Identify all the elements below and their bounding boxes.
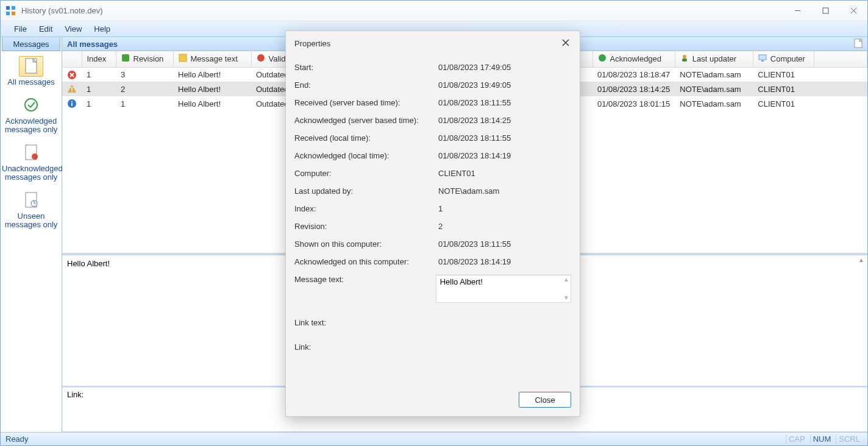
property-value: 01/08/2023 18:11:55	[438, 133, 511, 143]
close-window-button[interactable]	[839, 2, 867, 20]
col-message-text[interactable]: Message text	[173, 51, 251, 67]
property-value: 01/08/2023 18:14:19	[438, 257, 511, 266]
svg-rect-35	[71, 101, 73, 102]
menu-help[interactable]: Help	[88, 23, 116, 35]
property-label: Acknowledged (server based time):	[294, 116, 438, 125]
col-revision[interactable]: Revision	[116, 51, 173, 67]
svg-rect-3	[12, 12, 15, 15]
cell-index: 1	[82, 96, 116, 111]
preview-scrollbar[interactable]: ▲	[856, 257, 866, 263]
property-value: 01/08/2023 18:14:19	[438, 151, 511, 160]
menu-file[interactable]: File	[8, 23, 33, 35]
svg-rect-25	[759, 55, 766, 60]
cell-computer: CLIENT01	[753, 82, 814, 96]
main-window: History (sv01.note.dev) File Edit View H…	[0, 0, 868, 446]
link-label: Link:	[67, 390, 84, 399]
svg-rect-0	[6, 6, 10, 10]
status-ready: Ready	[5, 434, 29, 444]
svg-point-22	[599, 54, 606, 62]
cell-acknowledged: 01/08/2023 18:18:47	[592, 67, 675, 82]
svg-rect-24	[682, 58, 687, 62]
row-status-icon	[62, 67, 82, 82]
cell-revision: 1	[116, 96, 173, 111]
document-clock-icon	[24, 192, 38, 210]
property-row: Index:1	[294, 200, 571, 218]
svg-point-10	[25, 99, 37, 111]
cell-revision: 2	[116, 82, 173, 96]
property-label: Last updated by:	[294, 186, 438, 196]
computer-icon	[758, 54, 767, 64]
cell-acknowledged: 01/08/2023 18:01:15	[592, 96, 675, 111]
row-status-icon	[62, 82, 82, 96]
property-row: Acknowledged (local time):01/08/2023 18:…	[294, 147, 571, 165]
property-value: NOTE\adam.sam	[438, 186, 499, 196]
col-computer[interactable]: Computer	[753, 51, 814, 67]
col-index[interactable]: Index	[82, 51, 116, 67]
svg-rect-1	[12, 6, 15, 10]
titlebar: History (sv01.note.dev)	[1, 1, 867, 21]
window-title: History (sv01.note.dev)	[21, 6, 103, 15]
sidebar-item-unacknowledged[interactable]: Unacknowledged messages only	[1, 140, 62, 188]
property-label: Message text:	[294, 275, 436, 303]
dialog-close-button[interactable]	[559, 36, 572, 51]
properties-dialog: Properties Start:01/08/2023 17:49:05End:…	[285, 30, 580, 417]
statusbar: Ready CAP NUM SCRL	[1, 432, 867, 445]
svg-point-21	[257, 54, 265, 62]
svg-rect-19	[122, 54, 129, 62]
property-value: 01/08/2023 18:11:55	[438, 98, 511, 107]
check-circle-icon	[24, 97, 38, 114]
svg-point-23	[683, 55, 686, 58]
property-label: Link text:	[294, 318, 438, 327]
sidebar-tab-messages[interactable]: Messages	[2, 37, 60, 51]
property-label: Computer:	[294, 169, 438, 178]
message-text-value: Hello Albert!	[440, 277, 483, 286]
menu-view[interactable]: View	[59, 23, 88, 35]
cell-last-updater: NOTE\adam.sam	[675, 67, 753, 82]
property-label: Acknowledged (local time):	[294, 151, 438, 160]
section-title: All messages	[67, 40, 118, 49]
cell-index: 1	[82, 82, 116, 96]
property-row: Last updated by:NOTE\adam.sam	[294, 182, 571, 200]
property-row: Computer:CLIENT01	[294, 165, 571, 182]
close-button[interactable]: Close	[519, 392, 571, 408]
status-num: NUM	[810, 434, 834, 444]
sidebar-item-acknowledged[interactable]: Acknowledged messages only	[1, 93, 62, 140]
sidebar-item-label: Unacknowledged messages only	[2, 165, 60, 182]
scroll-up-icon: ▲	[858, 257, 864, 263]
menu-edit[interactable]: Edit	[33, 23, 59, 35]
status-cap: CAP	[786, 434, 808, 444]
cell-acknowledged: 01/08/2023 18:14:25	[592, 82, 675, 96]
col-acknowledged[interactable]: Acknowledged	[592, 51, 675, 67]
row-status-icon	[62, 96, 82, 111]
property-value: 01/08/2023 18:14:25	[438, 116, 511, 125]
col-status[interactable]	[62, 51, 82, 67]
sidebar-item-unseen[interactable]: Unseen messages only	[1, 188, 62, 235]
app-icon	[5, 5, 16, 16]
cell-message-text: Hello Albert!	[173, 82, 251, 96]
cell-computer: CLIENT01	[753, 67, 814, 82]
status-scrl: SCRL	[836, 434, 863, 444]
page-icon[interactable]	[854, 38, 863, 50]
col-last-updater[interactable]: Last updater	[675, 51, 753, 67]
property-value: 1	[438, 204, 443, 213]
property-row: Acknowledged on this computer:01/08/2023…	[294, 253, 571, 271]
property-label: Revision:	[294, 222, 438, 231]
sidebar-item-label: Acknowledged messages only	[2, 117, 60, 134]
ack-icon	[598, 54, 607, 64]
cell-message-text: Hello Albert!	[173, 67, 251, 82]
property-row: End:01/08/2023 19:49:05	[294, 76, 571, 94]
svg-rect-5	[823, 8, 828, 13]
maximize-button[interactable]	[811, 2, 839, 20]
revision-icon	[121, 54, 130, 64]
message-text-box[interactable]: Hello Albert!▲▼	[436, 275, 571, 303]
validity-icon	[257, 54, 265, 64]
minimize-button[interactable]	[783, 2, 811, 20]
svg-rect-31	[71, 87, 73, 90]
scroll-down-icon: ▼	[563, 295, 569, 301]
sidebar-item-all-messages[interactable]: All messages	[1, 54, 62, 93]
property-value: 01/08/2023 17:49:05	[438, 63, 511, 72]
property-value: CLIENT01	[438, 169, 475, 178]
document-alert-icon	[24, 144, 38, 162]
svg-rect-34	[71, 103, 73, 106]
svg-rect-26	[761, 60, 764, 62]
